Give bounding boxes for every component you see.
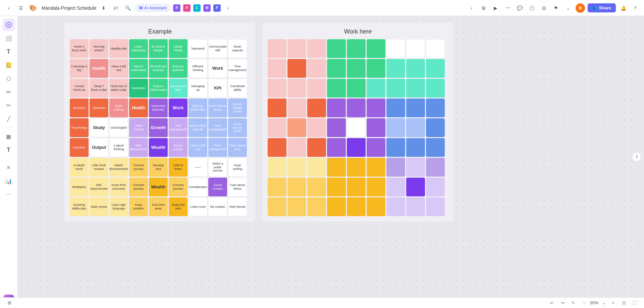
fit-view-button[interactable]: ⊡ (620, 299, 628, 307)
flag-icon[interactable]: ⚑ (551, 3, 561, 13)
wh-r9c5[interactable] (347, 197, 366, 216)
undo-button[interactable]: ↩ (548, 299, 556, 307)
wh-r4c5[interactable] (347, 99, 366, 117)
wh-r9c7[interactable] (386, 197, 405, 216)
wh-r5c3[interactable] (307, 118, 326, 137)
sidebar-tool-text[interactable]: T (3, 46, 15, 58)
sidebar-tool-connector[interactable]: ╱ (3, 113, 15, 125)
wh-r2c9[interactable] (426, 59, 445, 78)
plugin5-icon[interactable]: P (213, 4, 221, 12)
bottom-minimap-button[interactable]: ⊞ (5, 299, 13, 307)
wh-r7c5[interactable] (347, 158, 366, 177)
wh-r5c7[interactable] (386, 118, 405, 137)
wh-r3c3[interactable] (307, 79, 326, 98)
wh-r2c4[interactable] (327, 59, 346, 78)
wh-r8c1[interactable] (268, 178, 286, 196)
wh-r8c4[interactable] (327, 178, 346, 196)
sidebar-tool-mandala[interactable] (3, 19, 15, 31)
share-button[interactable]: 👥 Share (588, 3, 616, 12)
wh-r1c6[interactable] (367, 39, 385, 58)
redo-button[interactable]: ↪ (559, 299, 567, 307)
wh-r5c1[interactable] (268, 118, 286, 137)
wh-r8c7[interactable] (386, 178, 405, 196)
back-button[interactable]: ‹ (4, 3, 13, 13)
ai-assistant-badge[interactable]: M AI Assistant (135, 4, 170, 12)
wh-r3c9[interactable] (426, 79, 445, 98)
fullscreen-button[interactable]: ⛶ (631, 299, 639, 307)
wh-r2c1[interactable] (268, 59, 286, 78)
wh-r7c9[interactable] (426, 158, 445, 177)
wh-r5c6[interactable] (367, 118, 385, 137)
comment-icon[interactable]: 💬 (515, 3, 525, 13)
wh-r4c3[interactable] (307, 99, 326, 117)
wh-r3c7[interactable] (386, 79, 405, 98)
wh-r5c8[interactable] (406, 118, 425, 137)
wh-r4c8[interactable] (406, 99, 425, 117)
wh-r9c6[interactable] (367, 197, 385, 216)
wh-r8c2[interactable] (287, 178, 306, 196)
bell-icon[interactable]: 🔔 (619, 3, 628, 13)
zoom-out-button[interactable]: − (580, 299, 588, 307)
wh-r6c7[interactable] (386, 138, 405, 157)
wh-r6c8[interactable] (406, 138, 425, 157)
wh-r9c8[interactable] (406, 197, 425, 216)
wh-r4c7[interactable] (386, 99, 405, 117)
plugin4-icon[interactable]: M (203, 4, 211, 12)
plugin1-icon[interactable]: P (173, 4, 180, 12)
plugin2-icon[interactable]: P (183, 4, 191, 12)
wh-r7c8[interactable] (406, 158, 425, 177)
wh-r8c8[interactable] (406, 178, 425, 196)
zoom-dropdown[interactable]: ⌄ (600, 299, 608, 307)
wh-r1c1[interactable] (268, 39, 286, 58)
wh-r3c6[interactable] (367, 79, 385, 98)
sidebar-tool-chart[interactable]: 📊 (3, 175, 15, 187)
work-here-grid[interactable] (268, 39, 448, 216)
wh-r4c4[interactable] (327, 99, 346, 117)
wh-r9c3[interactable] (307, 197, 326, 216)
wh-r5c2[interactable] (287, 118, 306, 137)
sidebar-tool-list[interactable]: ≡ (3, 162, 15, 174)
wh-r6c1[interactable] (268, 138, 286, 157)
wh-r3c2[interactable] (287, 79, 306, 98)
wh-r9c2[interactable] (287, 197, 306, 216)
wh-r6c2[interactable] (287, 138, 306, 157)
sidebar-tool-frame[interactable]: ⬜ (3, 32, 15, 44)
wh-r8c5[interactable] (347, 178, 366, 196)
wh-r4c9[interactable] (426, 99, 445, 117)
wh-r1c2[interactable] (287, 39, 306, 58)
zoom-in-button[interactable]: + (609, 299, 617, 307)
wh-r2c3[interactable] (307, 59, 326, 78)
wave-icon[interactable]: 〰 (503, 3, 513, 13)
wh-r2c8[interactable] (406, 59, 425, 78)
wh-r8c6[interactable] (367, 178, 385, 196)
wh-r3c1[interactable] (268, 79, 286, 98)
forward-icon[interactable]: › (467, 3, 476, 13)
wh-r7c6[interactable] (367, 158, 385, 177)
wh-r9c1[interactable] (268, 197, 286, 216)
wh-r1c3[interactable] (307, 39, 326, 58)
layout-icon[interactable]: ⊟ (539, 3, 549, 13)
template-icon[interactable]: ⊞ (479, 3, 488, 13)
sidebar-tool-sticky[interactable]: 📒 (3, 59, 15, 71)
wh-r5c9[interactable] (426, 118, 445, 137)
wh-r2c5[interactable] (347, 59, 366, 78)
wh-r1c9[interactable] (426, 39, 445, 58)
sidebar-tool-table[interactable]: ▦ (3, 130, 15, 142)
clock-icon[interactable]: 🕐 (527, 3, 537, 13)
wh-r1c4[interactable] (327, 39, 346, 58)
sidebar-tool-shape[interactable]: ⬡ (3, 72, 15, 84)
wh-r9c4[interactable] (327, 197, 346, 216)
wh-r8c3[interactable] (307, 178, 326, 196)
wh-r8c9[interactable] (426, 178, 445, 196)
canvas-info-icon[interactable]: ℹ (632, 152, 641, 162)
wh-r6c9[interactable] (426, 138, 445, 157)
wh-r7c7[interactable] (386, 158, 405, 177)
cursor-tool[interactable]: ↖ (570, 299, 578, 307)
sidebar-tool-more[interactable]: ··· (3, 188, 15, 200)
menu-button[interactable]: ☰ (16, 3, 25, 13)
wh-r5c5[interactable] (347, 118, 366, 137)
wh-r2c2[interactable] (287, 59, 306, 78)
wh-r1c7[interactable] (386, 39, 405, 58)
wh-r2c7[interactable] (386, 59, 405, 78)
wh-r2c6[interactable] (367, 59, 385, 78)
